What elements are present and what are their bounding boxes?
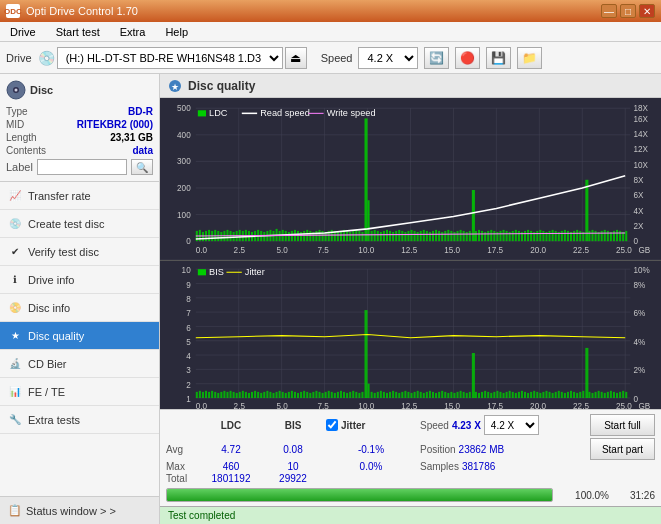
svg-text:15.0: 15.0 <box>444 246 460 255</box>
drive-select[interactable]: (H:) HL-DT-ST BD-RE WH16NS48 1.D3 <box>57 47 283 69</box>
svg-rect-311 <box>490 392 492 397</box>
svg-rect-355 <box>625 391 627 397</box>
svg-rect-151 <box>591 230 593 241</box>
svg-rect-288 <box>420 391 422 397</box>
jitter-column-header: Jitter <box>341 420 365 431</box>
menu-extra[interactable]: Extra <box>114 24 152 40</box>
svg-rect-231 <box>245 391 247 397</box>
svg-rect-291 <box>429 390 431 397</box>
start-part-button[interactable]: Start part <box>590 438 655 460</box>
disc-mid-row: MID RITEKBR2 (000) <box>6 119 153 130</box>
nav-drive-info[interactable]: ℹ Drive info <box>0 266 159 294</box>
total-label: Total <box>166 473 198 484</box>
svg-rect-337 <box>570 390 572 397</box>
settings-button2[interactable]: 💾 <box>486 47 511 69</box>
svg-rect-266 <box>352 390 354 397</box>
label-icon-button[interactable]: 🔍 <box>131 159 153 175</box>
svg-rect-84 <box>386 230 388 241</box>
eject-button[interactable]: ⏏ <box>285 47 307 69</box>
close-button[interactable]: ✕ <box>639 4 655 18</box>
svg-rect-80 <box>374 230 376 241</box>
svg-rect-298 <box>450 391 452 397</box>
svg-rect-77 <box>364 118 367 241</box>
nav-extra-tests[interactable]: 🔧 Extra tests <box>0 406 159 434</box>
svg-rect-339 <box>576 392 578 397</box>
drive-icon: 💿 <box>38 50 55 66</box>
svg-rect-277 <box>386 392 388 397</box>
maximize-button[interactable]: □ <box>620 4 636 18</box>
svg-rect-272 <box>371 391 373 397</box>
svg-rect-234 <box>254 390 256 397</box>
menu-help[interactable]: Help <box>159 24 194 40</box>
verify-test-disc-icon: ✔ <box>8 245 22 259</box>
svg-rect-220 <box>211 390 213 397</box>
nav-disc-info[interactable]: 📀 Disc info <box>0 294 159 322</box>
svg-rect-61 <box>315 231 317 241</box>
svg-text:10.0: 10.0 <box>358 246 374 255</box>
svg-rect-216 <box>199 390 201 397</box>
svg-rect-294 <box>438 391 440 397</box>
svg-rect-250 <box>303 390 305 397</box>
svg-rect-260 <box>334 392 336 397</box>
svg-rect-75 <box>358 231 360 241</box>
stats-speed-select[interactable]: 4.2 X <box>484 415 539 435</box>
svg-text:8: 8 <box>186 294 191 303</box>
disc-label-input[interactable] <box>37 159 127 175</box>
svg-rect-158 <box>613 231 615 241</box>
window-controls: — □ ✕ <box>601 4 655 18</box>
nav-transfer-rate[interactable]: 📈 Transfer rate <box>0 182 159 210</box>
disc-label-row: Label 🔍 <box>6 159 153 175</box>
status-window-button[interactable]: 📋 Status window > > <box>0 496 159 524</box>
svg-text:4%: 4% <box>633 337 645 346</box>
minimize-button[interactable]: — <box>601 4 617 18</box>
svg-rect-137 <box>549 231 551 241</box>
svg-rect-340 <box>579 391 581 397</box>
svg-rect-236 <box>260 392 262 397</box>
svg-rect-258 <box>328 390 330 397</box>
nav-disc-quality[interactable]: ★ Disc quality <box>0 322 159 350</box>
svg-rect-68 <box>337 232 339 241</box>
svg-rect-76 <box>361 232 363 241</box>
svg-rect-273 <box>374 392 376 397</box>
ldc-legend-label: LDC <box>209 108 228 118</box>
svg-rect-126 <box>515 230 517 241</box>
svg-rect-101 <box>438 231 440 241</box>
nav-verify-test-disc[interactable]: ✔ Verify test disc <box>0 238 159 266</box>
svg-rect-72 <box>349 232 351 241</box>
svg-rect-123 <box>506 231 508 241</box>
svg-text:3: 3 <box>186 366 191 375</box>
start-full-button[interactable]: Start full <box>590 414 655 436</box>
svg-rect-328 <box>542 391 544 397</box>
ldc-chart-wrapper: LDC Read speed Write speed 0 100 200 300… <box>160 98 661 261</box>
svg-rect-228 <box>236 392 238 397</box>
cd-bier-icon: 🔬 <box>8 357 22 371</box>
svg-rect-276 <box>383 391 385 397</box>
save-button[interactable]: 📁 <box>517 47 542 69</box>
nav-create-test-disc[interactable]: 💿 Create test disc <box>0 210 159 238</box>
menu-drive[interactable]: Drive <box>4 24 42 40</box>
write-speed-legend-label: Write speed <box>327 108 376 118</box>
settings-button1[interactable]: 🔴 <box>455 47 480 69</box>
app-icon: ODC <box>6 4 20 18</box>
svg-rect-254 <box>315 390 317 397</box>
jitter-checkbox-container: Jitter <box>326 419 416 431</box>
svg-rect-87 <box>395 231 397 241</box>
jitter-checkbox[interactable] <box>326 419 338 431</box>
svg-rect-115 <box>481 231 483 241</box>
svg-rect-69 <box>340 231 342 241</box>
progress-bar <box>166 488 553 502</box>
main-layout: Disc Type BD-R MID RITEKBR2 (000) Length… <box>0 74 661 524</box>
nav-cd-bier[interactable]: 🔬 CD Bier <box>0 350 159 378</box>
svg-text:10X: 10X <box>633 161 648 170</box>
menu-start-test[interactable]: Start test <box>50 24 106 40</box>
svg-text:18X: 18X <box>633 104 648 113</box>
svg-rect-333 <box>558 390 560 397</box>
svg-rect-229 <box>239 391 241 397</box>
svg-text:2%: 2% <box>633 366 645 375</box>
refresh-button[interactable]: 🔄 <box>424 47 449 69</box>
svg-rect-88 <box>398 230 400 241</box>
svg-rect-90 <box>404 232 406 241</box>
nav-fe-te[interactable]: 📊 FE / TE <box>0 378 159 406</box>
svg-text:9: 9 <box>186 280 191 289</box>
speed-select[interactable]: 4.2 X <box>358 47 418 69</box>
